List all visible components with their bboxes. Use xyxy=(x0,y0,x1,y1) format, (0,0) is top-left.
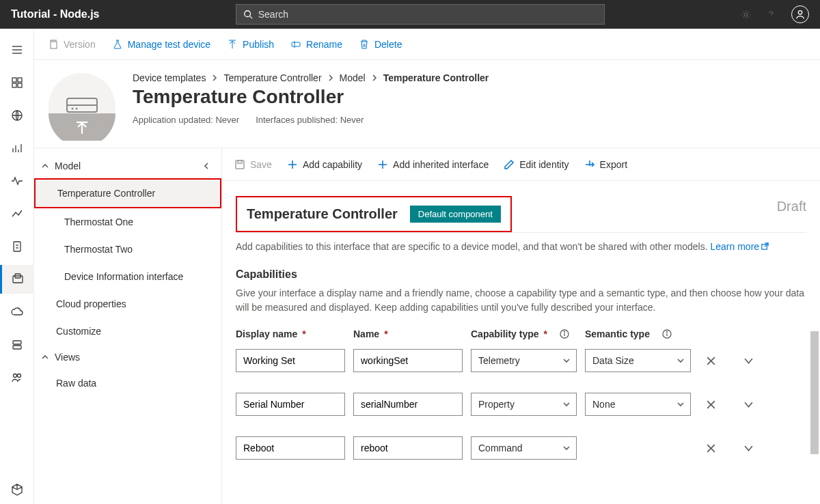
sidebar-item-cloud-properties[interactable]: Cloud properties xyxy=(34,290,221,318)
svg-point-48 xyxy=(564,332,564,333)
col-display-name: Display name* xyxy=(236,328,345,339)
edit-identity-button[interactable]: Edit identity xyxy=(504,159,569,170)
rail-devices[interactable] xyxy=(0,101,34,130)
save-icon xyxy=(234,159,245,170)
sidebar-item-customize[interactable]: Customize xyxy=(34,318,221,345)
avatar[interactable] xyxy=(791,5,809,23)
sidebar-item-temperature-controller[interactable]: Temperature Controller xyxy=(34,178,221,208)
model-sidebar: Model Temperature Controller Thermostat … xyxy=(34,148,222,504)
sidebar-item-raw-data[interactable]: Raw data xyxy=(34,369,221,397)
rail-analytics[interactable] xyxy=(0,199,34,228)
delete-row-button[interactable] xyxy=(706,443,716,453)
search-box[interactable]: Search xyxy=(236,4,605,25)
expand-row-button[interactable] xyxy=(743,443,754,453)
grid-icon xyxy=(10,76,24,89)
sidebar-item-thermostat-one[interactable]: Thermostat One xyxy=(34,208,221,236)
cube-icon xyxy=(10,483,24,496)
info-icon[interactable] xyxy=(662,329,672,339)
cloud-icon xyxy=(10,305,24,319)
chart-icon xyxy=(10,141,24,155)
sidebar-item-device-info[interactable]: Device Information interface xyxy=(34,263,221,290)
model-group-header[interactable]: Model xyxy=(34,154,221,178)
line-chart-icon xyxy=(10,207,24,221)
display-name-input[interactable] xyxy=(236,436,345,460)
delete-button[interactable]: Delete xyxy=(359,39,402,50)
version-button[interactable]: Version xyxy=(48,39,96,50)
svg-point-33 xyxy=(72,108,74,110)
chevron-up-icon xyxy=(41,162,49,170)
chevron-down-icon xyxy=(562,356,571,365)
svg-line-1 xyxy=(249,16,252,19)
name-input[interactable] xyxy=(353,393,463,416)
name-input[interactable] xyxy=(353,349,463,372)
header-actions xyxy=(741,5,809,23)
rail-administration[interactable] xyxy=(0,331,34,359)
name-input[interactable] xyxy=(353,436,463,460)
info-icon[interactable] xyxy=(560,329,569,339)
svg-rect-7 xyxy=(12,78,16,82)
delete-row-button[interactable] xyxy=(706,400,716,410)
publish-label: Publish xyxy=(243,39,274,50)
breadcrumb-device-templates[interactable]: Device templates xyxy=(133,72,206,83)
expand-row-button[interactable] xyxy=(743,356,754,366)
manage-test-device-label: Manage test device xyxy=(128,39,210,50)
command-bar: Version Manage test device Publish Renam… xyxy=(34,29,820,60)
copy-icon xyxy=(48,39,59,50)
rail-dashboard[interactable] xyxy=(0,68,34,97)
chevron-left-icon xyxy=(202,162,210,170)
rail-groups[interactable] xyxy=(0,134,34,163)
device-template-icon xyxy=(48,72,116,141)
rail-jobs[interactable] xyxy=(0,232,34,261)
help-button[interactable] xyxy=(766,10,776,20)
rename-button[interactable]: Rename xyxy=(290,39,342,50)
export-button[interactable]: Export xyxy=(584,159,627,170)
sidebar-item-thermostat-two[interactable]: Thermostat Two xyxy=(34,236,221,263)
svg-point-3 xyxy=(798,11,802,14)
save-button[interactable]: Save xyxy=(234,159,272,170)
chevron-down-icon xyxy=(676,400,685,408)
add-inherited-button[interactable]: Add inherited interface xyxy=(377,159,489,170)
component-description: Add capabilities to this interface that … xyxy=(236,241,806,252)
rename-label: Rename xyxy=(306,39,342,50)
capabilities-desc: Give your interface a display name and a… xyxy=(236,286,806,315)
rail-users[interactable] xyxy=(0,363,34,392)
svg-rect-22 xyxy=(13,346,21,349)
col-semantic-type: Semantic type xyxy=(585,328,691,339)
semantic-type-select[interactable]: None xyxy=(585,393,691,416)
publish-button[interactable]: Publish xyxy=(227,39,274,50)
capability-type-select[interactable]: Telemetry xyxy=(471,349,577,372)
breadcrumb-model[interactable]: Model xyxy=(340,72,366,83)
breadcrumb-current: Temperature Controller xyxy=(383,72,489,83)
scrollbar[interactable] xyxy=(810,331,819,454)
display-name-input[interactable] xyxy=(236,393,345,416)
page-meta: Application updated: Never Interfaces pu… xyxy=(133,115,806,125)
capability-type-select[interactable]: Property xyxy=(471,393,577,416)
display-name-input[interactable] xyxy=(236,349,345,372)
add-capability-button[interactable]: Add capability xyxy=(287,159,362,170)
hamburger-icon xyxy=(10,43,24,57)
menu-toggle[interactable] xyxy=(0,36,34,64)
rail-rules[interactable] xyxy=(0,167,34,195)
chevron-right-icon xyxy=(211,74,218,81)
main-area: Version Manage test device Publish Renam… xyxy=(34,29,820,504)
chevron-up-icon xyxy=(41,353,49,361)
svg-rect-25 xyxy=(51,42,57,48)
delete-row-button[interactable] xyxy=(706,356,716,366)
close-icon xyxy=(706,400,716,410)
delete-label: Delete xyxy=(374,39,402,50)
rail-device-templates[interactable] xyxy=(0,265,34,294)
rail-data-export[interactable] xyxy=(0,298,34,326)
component-title: Temperature Controller xyxy=(247,206,398,222)
learn-more-link[interactable]: Learn more xyxy=(711,241,770,252)
breadcrumb-template[interactable]: Temperature Controller xyxy=(223,72,321,83)
settings-button[interactable] xyxy=(741,10,751,20)
capability-type-select[interactable]: Command xyxy=(471,436,577,460)
views-group-header[interactable]: Views xyxy=(34,345,221,369)
semantic-type-select[interactable]: Data Size xyxy=(585,349,691,372)
rail-app-settings[interactable] xyxy=(0,475,34,504)
app-updated-label: Application updated: xyxy=(133,115,213,125)
save-label: Save xyxy=(250,159,272,170)
col-name: Name* xyxy=(353,328,463,339)
expand-row-button[interactable] xyxy=(743,400,754,410)
manage-test-device-button[interactable]: Manage test device xyxy=(112,39,210,50)
